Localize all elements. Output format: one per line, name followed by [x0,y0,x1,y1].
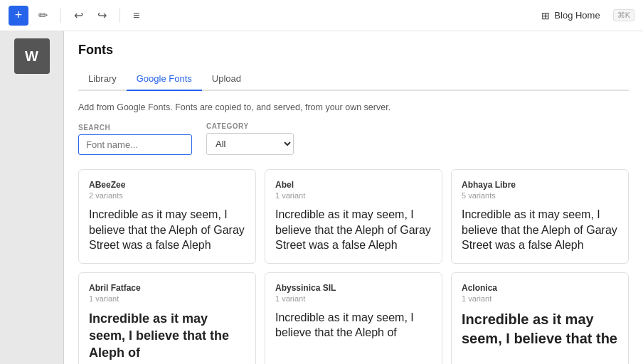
font-preview: Incredible as it may seem, I believe tha… [462,207,618,253]
font-card[interactable]: Abril Fatface 1 variant Incredible as it… [78,272,256,364]
category-select[interactable]: All Serif Sans-Serif Monospace Display H… [206,133,294,155]
filters-row: SEARCH CATEGORY All Serif Sans-Serif Mon… [78,122,629,155]
blog-home-button[interactable]: ⊞ Blog Home [536,7,605,24]
font-card[interactable]: Abyssinica SIL 1 variant Incredible as i… [265,272,442,364]
font-preview: Incredible as it may seem, I believe tha… [89,310,245,362]
font-name: Abhaya Libre [462,180,618,190]
font-card[interactable]: Abel 1 variant Incredible as it may seem… [265,169,442,264]
font-variants: 1 variant [462,294,618,303]
toolbar: + ✏ ↩ ↪ ≡ ⊞ Blog Home ⌘K [0,0,643,31]
pen-button[interactable]: ✏ [34,6,52,25]
font-name: Aclonica [462,283,618,293]
menu-button[interactable]: ≡ [129,6,144,25]
font-preview: Incredible as it may seem, I believe tha… [275,310,432,341]
font-preview: Incredible as it may seem, I believe tha… [275,207,432,253]
search-label: SEARCH [78,124,192,132]
fonts-panel: Fonts Library Google Fonts Upload Add fr… [64,31,643,364]
category-group: CATEGORY All Serif Sans-Serif Monospace … [206,122,294,155]
font-card[interactable]: Abhaya Libre 5 variants Incredible as it… [451,169,629,264]
panel-title: Fonts [78,43,629,58]
tabs-container: Library Google Fonts Upload [78,68,629,91]
tab-upload[interactable]: Upload [202,68,251,91]
toolbar-divider-2 [119,9,120,23]
toolbar-divider [60,9,61,23]
category-label: CATEGORY [206,122,294,130]
keyboard-shortcut: ⌘K [613,9,634,21]
font-variants: 1 variant [275,191,432,200]
font-variants: 5 variants [462,191,618,200]
font-preview: Incredible as it may seem, I believe tha… [462,310,618,348]
toolbar-right: ⊞ Blog Home ⌘K [536,7,634,24]
font-name: Abel [275,180,432,190]
font-card[interactable]: Aclonica 1 variant Incredible as it may … [451,272,629,364]
font-name: Abyssinica SIL [275,283,432,293]
search-group: SEARCH [78,124,192,155]
sidebar: W [0,31,64,364]
redo-button[interactable]: ↪ [93,6,111,25]
font-card[interactable]: ABeeZee 2 variants Incredible as it may … [78,169,256,264]
blog-home-label: Blog Home [554,10,600,21]
font-variants: 2 variants [89,191,245,200]
search-input[interactable] [78,134,192,155]
tab-google-fonts[interactable]: Google Fonts [127,68,202,91]
font-name: ABeeZee [89,180,245,190]
font-variants: 1 variant [275,294,432,303]
font-variants: 1 variant [89,294,245,303]
font-grid: ABeeZee 2 variants Incredible as it may … [78,169,629,364]
sidebar-logo: W [14,38,50,74]
undo-button[interactable]: ↩ [70,6,87,25]
layout: W Fonts Library Google Fonts Upload Add … [0,31,643,364]
description-text: Add from Google Fonts. Fonts are copied … [78,102,629,112]
font-preview: Incredible as it may seem, I believe tha… [89,207,245,253]
tab-library[interactable]: Library [78,68,127,91]
grid-icon: ⊞ [541,10,550,21]
font-name: Abril Fatface [89,283,245,293]
add-button[interactable]: + [9,6,28,26]
